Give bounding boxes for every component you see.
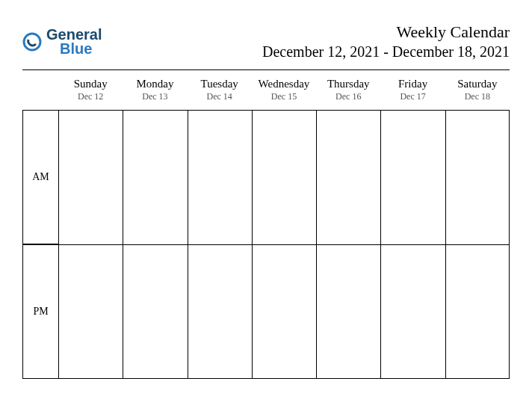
day-header-thu: Thursday Dec 16 [316, 75, 380, 110]
day-header-tue: Tuesday Dec 14 [188, 75, 252, 110]
day-name: Sunday [58, 78, 123, 90]
slot-pm-fri[interactable] [380, 244, 445, 379]
slot-am-sat[interactable] [445, 110, 510, 244]
time-label-am: AM [22, 110, 58, 244]
divider [22, 69, 510, 70]
page-title: Weekly Calendar [262, 22, 510, 42]
slot-am-wed[interactable] [252, 110, 316, 244]
slot-pm-wed[interactable] [252, 244, 316, 379]
logo-word-blue: Blue [46, 42, 102, 56]
day-header-fri: Friday Dec 17 [380, 75, 445, 110]
day-header-sat: Saturday Dec 18 [445, 75, 510, 110]
day-date: Dec 16 [316, 91, 380, 102]
slot-am-mon[interactable] [123, 110, 187, 244]
day-name: Wednesday [252, 78, 316, 90]
day-header-sun: Sunday Dec 12 [58, 75, 123, 110]
header: General Blue Weekly Calendar December 12… [22, 22, 510, 61]
svg-point-0 [24, 34, 40, 50]
day-header-wed: Wednesday Dec 15 [252, 75, 316, 110]
logo: General Blue [22, 28, 102, 56]
day-name: Monday [123, 78, 187, 90]
slot-pm-sun[interactable] [58, 244, 123, 379]
day-name: Tuesday [188, 78, 252, 90]
slot-am-tue[interactable] [188, 110, 252, 244]
time-label-pm: PM [22, 244, 58, 379]
slot-am-fri[interactable] [380, 110, 445, 244]
day-name: Saturday [445, 78, 510, 90]
day-header-mon: Monday Dec 13 [123, 75, 187, 110]
day-date: Dec 17 [380, 91, 445, 102]
slot-am-sun[interactable] [58, 110, 123, 244]
slot-pm-mon[interactable] [123, 244, 187, 379]
day-date: Dec 15 [252, 91, 316, 102]
corner-spacer [22, 75, 58, 110]
logo-text: General Blue [46, 28, 102, 56]
calendar-grid: Sunday Dec 12 Monday Dec 13 Tuesday Dec … [22, 75, 510, 379]
slot-pm-thu[interactable] [316, 244, 380, 379]
date-range: December 12, 2021 - December 18, 2021 [262, 43, 510, 61]
logo-word-general: General [46, 28, 102, 42]
day-date: Dec 14 [188, 91, 252, 102]
slot-pm-sat[interactable] [445, 244, 510, 379]
day-date: Dec 12 [58, 91, 123, 102]
day-date: Dec 18 [445, 91, 510, 102]
slot-pm-tue[interactable] [188, 244, 252, 379]
day-name: Thursday [316, 78, 380, 90]
logo-icon [22, 32, 42, 52]
day-date: Dec 13 [123, 91, 187, 102]
slot-am-thu[interactable] [316, 110, 380, 244]
title-block: Weekly Calendar December 12, 2021 - Dece… [262, 22, 510, 61]
day-name: Friday [380, 78, 445, 90]
